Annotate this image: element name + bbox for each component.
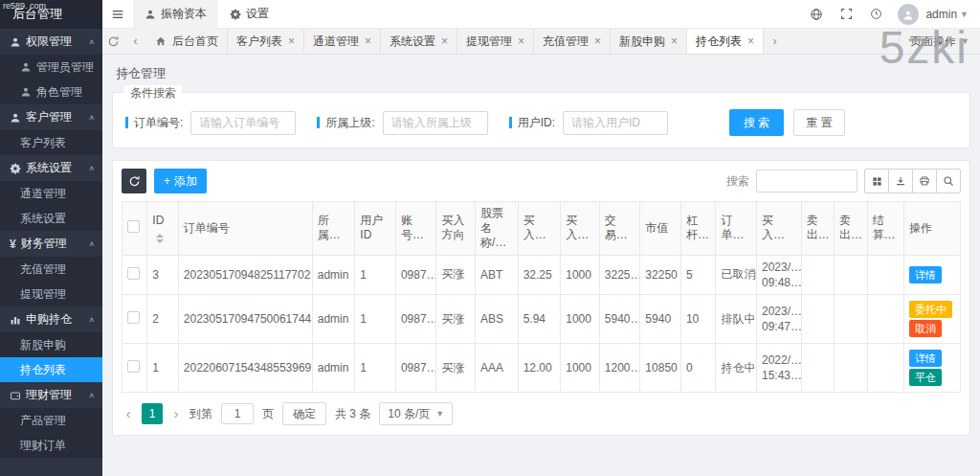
page-tab[interactable]: 持仓列表× <box>687 29 764 54</box>
tab-close-icon[interactable]: × <box>671 34 678 48</box>
reset-button[interactable]: 重 置 <box>793 109 844 136</box>
refresh-button[interactable] <box>122 169 146 193</box>
table-cell: 排队中 <box>716 295 757 344</box>
sidebar-section-header[interactable]: 申购持仓∧ <box>0 306 102 332</box>
confirm-button[interactable]: 确定 <box>282 402 326 425</box>
tab-close-icon[interactable]: × <box>441 34 448 48</box>
sidebar-item[interactable]: 客户列表 <box>0 130 102 155</box>
action-badge-blue[interactable]: 详情 <box>909 266 942 283</box>
table-header-cell: 结算… <box>867 202 904 256</box>
action-badge-green[interactable]: 平仓 <box>909 369 942 386</box>
goto-page-input[interactable] <box>221 403 254 424</box>
globe-icon[interactable] <box>801 0 832 29</box>
sidebar-section-header[interactable]: ¥财务管理∧ <box>0 231 102 257</box>
table-search-input[interactable] <box>756 170 858 193</box>
sidebar-item[interactable]: 充值管理 <box>0 257 102 282</box>
tabbar-refresh-icon[interactable] <box>102 29 124 54</box>
page-current[interactable]: 1 <box>142 403 163 424</box>
page-tab[interactable]: 后台首页 <box>146 29 228 54</box>
page-tab[interactable]: 提现管理× <box>457 29 534 54</box>
sort-icon[interactable] <box>156 234 164 243</box>
table-cell: 1000 <box>561 344 600 393</box>
action-badge-blue[interactable]: 详情 <box>909 350 942 367</box>
row-checkbox[interactable] <box>127 311 140 324</box>
sidebar-item[interactable]: 角色管理 <box>0 79 102 104</box>
app-title: 后台管理 <box>0 0 102 29</box>
table-header-cell: 卖出… <box>835 202 867 256</box>
table-cell: ABS <box>476 295 519 344</box>
page-actions-dropdown[interactable]: 页面操作 ▼ <box>899 29 980 54</box>
page-tab[interactable]: 通道管理× <box>304 29 381 54</box>
tab-close-icon[interactable]: × <box>594 34 601 48</box>
tab-close-icon[interactable]: × <box>365 34 371 48</box>
tab-close-icon[interactable]: × <box>518 34 524 48</box>
topbar-tab[interactable]: 设置 <box>218 0 280 29</box>
hamburger-icon[interactable] <box>102 0 133 29</box>
search-field-input[interactable] <box>383 111 488 135</box>
sidebar-item[interactable]: 新股申购 <box>0 332 102 357</box>
sidebar-section-header[interactable]: 权限管理∧ <box>0 29 102 55</box>
table-header-checkbox <box>122 202 147 256</box>
sidebar-item-label: 客户列表 <box>20 135 66 151</box>
sidebar-item[interactable]: 提现管理 <box>0 282 102 306</box>
total-count: 共 3 条 <box>335 406 370 422</box>
per-page-select[interactable]: 10 条/页 ▼ <box>379 402 453 425</box>
positions-table: ID订单编号所属…用户ID账号…买入 方向股票 名称/…买入…买入…交易…市值杠… <box>122 201 961 393</box>
topbar-right: admin ▼ <box>801 0 980 29</box>
sidebar-item[interactable]: 管理员管理 <box>0 55 102 79</box>
table-header-cell: 杠杆… <box>680 202 716 256</box>
caret-down-icon: ▼ <box>961 36 969 46</box>
table-cell <box>801 344 834 393</box>
print-icon[interactable] <box>912 169 937 193</box>
grid-columns-icon[interactable] <box>864 169 889 193</box>
page-next-icon[interactable]: › <box>171 406 181 421</box>
table-cell: 买涨 <box>436 344 476 393</box>
table-toolbar: + 添加 搜索 <box>122 169 961 193</box>
page-tab[interactable]: 充值管理× <box>534 29 611 54</box>
table-cell <box>835 344 867 393</box>
row-actions-cell: 详情平仓 <box>904 344 961 393</box>
table-cell <box>835 255 867 294</box>
page-tab[interactable]: 新股申购× <box>611 29 687 54</box>
user-menu[interactable]: admin ▼ <box>925 8 972 21</box>
table-header-cell[interactable]: ID <box>147 202 178 256</box>
topbar-tab[interactable]: 振翰资本 <box>133 0 218 29</box>
table-header-cell: 操作 <box>904 202 961 256</box>
action-badge-red[interactable]: 取消 <box>909 320 942 337</box>
tab-close-icon[interactable]: × <box>747 34 754 48</box>
table-cell: 20220607154348553969 <box>178 344 312 393</box>
sidebar-item[interactable]: 通道管理 <box>0 181 102 206</box>
sidebar-item[interactable]: 理财订单 <box>0 433 102 458</box>
sidebar-item[interactable]: 产品管理 <box>0 408 102 433</box>
row-checkbox[interactable] <box>127 267 140 280</box>
sidebar-item[interactable]: 系统设置 <box>0 206 102 231</box>
row-checkbox[interactable] <box>127 360 140 373</box>
tab-scroll-right-icon[interactable]: › <box>764 29 786 54</box>
sidebar-section-header[interactable]: 理财管理∧ <box>0 382 102 408</box>
tab-scroll-left-icon[interactable]: ‹ <box>124 29 146 54</box>
search-icon[interactable] <box>936 169 961 193</box>
sidebar-section-header[interactable]: 客户管理∧ <box>0 104 102 130</box>
chevron-up-icon: ∧ <box>88 38 95 46</box>
table-header-cell: 买入… <box>757 202 802 256</box>
sidebar-section-header[interactable]: 系统设置∧ <box>0 155 102 181</box>
search-field-input[interactable] <box>563 111 668 135</box>
sidebar-item[interactable]: 持仓列表 <box>0 357 102 382</box>
search-button[interactable]: 搜 索 <box>729 109 784 136</box>
action-badge-orange[interactable]: 委托中 <box>909 301 952 318</box>
page-tab[interactable]: 系统设置× <box>381 29 457 54</box>
page-tab-label: 持仓列表 <box>696 34 742 50</box>
tab-close-icon[interactable]: × <box>288 34 295 48</box>
avatar[interactable] <box>898 4 919 25</box>
page-tab[interactable]: 客户列表× <box>228 29 304 54</box>
add-button[interactable]: + 添加 <box>154 169 207 193</box>
table-header-cell: 订单… <box>716 202 757 256</box>
search-field-input[interactable] <box>190 111 296 135</box>
fullscreen-icon[interactable] <box>832 0 861 29</box>
table-cell <box>801 255 834 294</box>
table-tools <box>864 169 961 193</box>
select-all-checkbox[interactable] <box>127 220 140 233</box>
export-icon[interactable] <box>888 169 913 193</box>
page-prev-icon[interactable]: ‹ <box>123 406 133 421</box>
clock-icon[interactable] <box>861 0 891 29</box>
